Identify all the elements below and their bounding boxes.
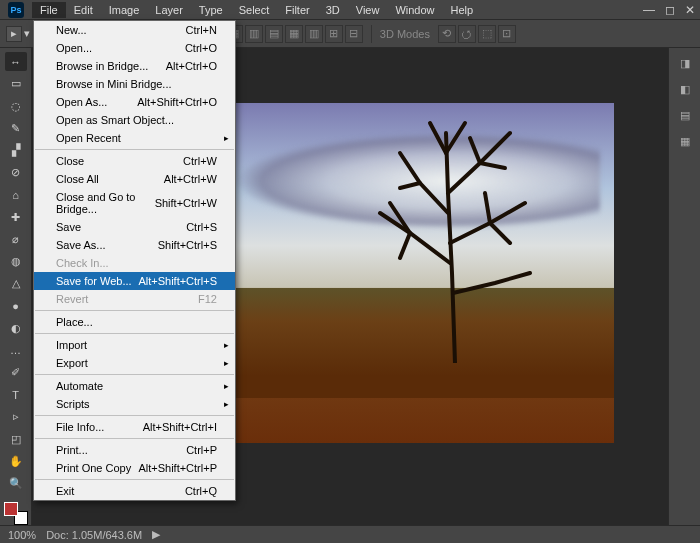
menu-item-close-and-go-to-bridge[interactable]: Close and Go to Bridge...Shift+Ctrl+W — [34, 188, 235, 218]
menu-item-label: Exit — [56, 485, 74, 497]
menu-item-label: Browse in Bridge... — [56, 60, 148, 72]
menu-item-shortcut: Shift+Ctrl+S — [158, 239, 217, 251]
dock-icon-1[interactable]: ◧ — [676, 80, 694, 98]
menu-item-shortcut: F12 — [198, 293, 217, 305]
tool-preset[interactable]: ▸▾ — [6, 26, 30, 42]
tool-6[interactable]: ⌂ — [5, 185, 27, 204]
panel-dock: ◨◧▤▦ — [668, 48, 700, 525]
tool-17[interactable]: ◰ — [5, 429, 27, 448]
tool-8[interactable]: ⌀ — [5, 230, 27, 249]
mode-icon-2[interactable]: ⬚ — [478, 25, 496, 43]
menu-item-new[interactable]: New...Ctrl+N — [34, 21, 235, 39]
tool-0[interactable]: ↔ — [5, 52, 27, 71]
color-swatches[interactable] — [4, 502, 28, 525]
menu-item-shortcut: Ctrl+O — [185, 42, 217, 54]
menu-item-save[interactable]: SaveCtrl+S — [34, 218, 235, 236]
menu-item-label: Revert — [56, 293, 88, 305]
menu-item-open-recent[interactable]: Open Recent — [34, 129, 235, 147]
menu-item-print[interactable]: Print...Ctrl+P — [34, 441, 235, 459]
tool-9[interactable]: ◍ — [5, 252, 27, 271]
menu-item-exit[interactable]: ExitCtrl+Q — [34, 482, 235, 500]
menu-item-automate[interactable]: Automate — [34, 377, 235, 395]
mode-icon-0[interactable]: ⟲ — [438, 25, 456, 43]
dock-icon-2[interactable]: ▤ — [676, 106, 694, 124]
window-controls: — ◻ ✕ — [643, 3, 695, 17]
menu-item-save-as[interactable]: Save As...Shift+Ctrl+S — [34, 236, 235, 254]
menu-item-label: Browse in Mini Bridge... — [56, 78, 172, 90]
menu-item-place[interactable]: Place... — [34, 313, 235, 331]
maximize-icon[interactable]: ◻ — [665, 3, 675, 17]
menu-item-close[interactable]: CloseCtrl+W — [34, 152, 235, 170]
tool-12[interactable]: ◐ — [5, 318, 27, 337]
menu-item-browse-in-mini-bridge[interactable]: Browse in Mini Bridge... — [34, 75, 235, 93]
menu-item-browse-in-bridge[interactable]: Browse in Bridge...Alt+Ctrl+O — [34, 57, 235, 75]
tool-14[interactable]: ✐ — [5, 363, 27, 382]
tool-7[interactable]: ✚ — [5, 207, 27, 226]
toolbox: ↔▭◌✎▞⊘⌂✚⌀◍△●◐…✐T▹◰✋🔍 — [0, 48, 32, 525]
menu-item-label: Automate — [56, 380, 103, 392]
dock-icon-3[interactable]: ▦ — [676, 132, 694, 150]
menu-item-save-for-web[interactable]: Save for Web...Alt+Shift+Ctrl+S — [34, 272, 235, 290]
menu-item-label: File Info... — [56, 421, 104, 433]
tool-10[interactable]: △ — [5, 274, 27, 293]
minimize-icon[interactable]: — — [643, 3, 655, 17]
menu-3d[interactable]: 3D — [318, 2, 348, 18]
doc-size[interactable]: Doc: 1.05M/643.6M — [46, 529, 142, 541]
dock-icon-0[interactable]: ◨ — [676, 54, 694, 72]
file-menu-dropdown: New...Ctrl+NOpen...Ctrl+OBrowse in Bridg… — [33, 20, 236, 501]
menu-filter[interactable]: Filter — [277, 2, 317, 18]
tool-2[interactable]: ◌ — [5, 96, 27, 115]
menu-image[interactable]: Image — [101, 2, 148, 18]
tool-1[interactable]: ▭ — [5, 74, 27, 93]
mode-icon-3[interactable]: ⊡ — [498, 25, 516, 43]
menu-item-shortcut: Alt+Ctrl+W — [164, 173, 217, 185]
menu-item-import[interactable]: Import — [34, 336, 235, 354]
menu-item-close-all[interactable]: Close AllAlt+Ctrl+W — [34, 170, 235, 188]
menu-item-open[interactable]: Open...Ctrl+O — [34, 39, 235, 57]
tool-5[interactable]: ⊘ — [5, 163, 27, 182]
tool-16[interactable]: ▹ — [5, 407, 27, 426]
tool-3[interactable]: ✎ — [5, 119, 27, 138]
align-icon-7[interactable]: ▦ — [285, 25, 303, 43]
menu-item-export[interactable]: Export — [34, 354, 235, 372]
menu-item-label: Close — [56, 155, 84, 167]
close-icon[interactable]: ✕ — [685, 3, 695, 17]
menu-item-revert: RevertF12 — [34, 290, 235, 308]
tool-19[interactable]: 🔍 — [5, 474, 27, 493]
menu-item-scripts[interactable]: Scripts — [34, 395, 235, 413]
align-icon-10[interactable]: ⊟ — [345, 25, 363, 43]
menu-separator — [35, 374, 234, 375]
menu-item-label: Place... — [56, 316, 93, 328]
menu-item-open-as-smart-object[interactable]: Open as Smart Object... — [34, 111, 235, 129]
menu-item-check-in: Check In... — [34, 254, 235, 272]
menu-view[interactable]: View — [348, 2, 388, 18]
menu-file[interactable]: File — [32, 2, 66, 18]
tool-18[interactable]: ✋ — [5, 452, 27, 471]
menu-item-label: New... — [56, 24, 87, 36]
status-flyout-icon[interactable]: ▶ — [152, 528, 160, 541]
menu-item-shortcut: Ctrl+S — [186, 221, 217, 233]
menu-item-print-one-copy[interactable]: Print One CopyAlt+Shift+Ctrl+P — [34, 459, 235, 477]
foreground-swatch[interactable] — [4, 502, 18, 516]
menu-item-shortcut: Ctrl+N — [186, 24, 217, 36]
tool-15[interactable]: T — [5, 385, 27, 404]
tool-13[interactable]: … — [5, 341, 27, 360]
menu-item-label: Save As... — [56, 239, 106, 251]
menu-item-open-as[interactable]: Open As...Alt+Shift+Ctrl+O — [34, 93, 235, 111]
menu-item-label: Open As... — [56, 96, 107, 108]
tool-4[interactable]: ▞ — [5, 141, 27, 160]
menu-layer[interactable]: Layer — [147, 2, 191, 18]
tool-11[interactable]: ● — [5, 296, 27, 315]
align-icon-9[interactable]: ⊞ — [325, 25, 343, 43]
menu-select[interactable]: Select — [231, 2, 278, 18]
align-icon-8[interactable]: ▥ — [305, 25, 323, 43]
align-icon-6[interactable]: ▤ — [265, 25, 283, 43]
align-icon-5[interactable]: ▥ — [245, 25, 263, 43]
zoom-level[interactable]: 100% — [8, 529, 36, 541]
menu-window[interactable]: Window — [387, 2, 442, 18]
menu-edit[interactable]: Edit — [66, 2, 101, 18]
mode-icon-1[interactable]: ⭯ — [458, 25, 476, 43]
menu-help[interactable]: Help — [443, 2, 482, 18]
menu-item-file-info[interactable]: File Info...Alt+Shift+Ctrl+I — [34, 418, 235, 436]
menu-type[interactable]: Type — [191, 2, 231, 18]
